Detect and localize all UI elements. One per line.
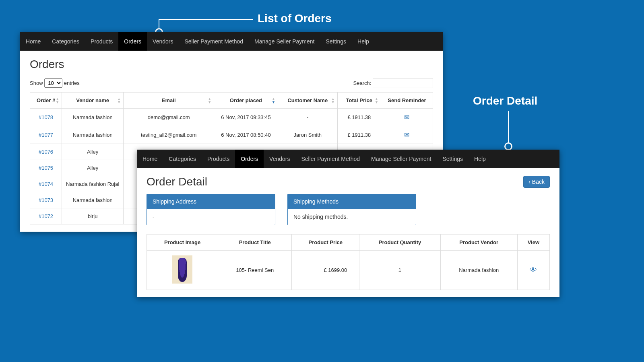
customer-cell: Jaron Smith bbox=[278, 126, 337, 144]
product-price-cell: £ 1699.00 bbox=[292, 251, 359, 290]
sort-icon: ▲▼ bbox=[375, 97, 378, 104]
nav-orders[interactable]: Orders bbox=[118, 32, 147, 51]
price-cell: £ 1911.38 bbox=[337, 126, 381, 144]
annotation-order-detail: Order Detail bbox=[473, 95, 537, 107]
nav-products[interactable]: Products bbox=[202, 150, 235, 168]
nav-seller-payment-method[interactable]: Seller Payment Method bbox=[179, 32, 249, 51]
order-link[interactable]: #1072 bbox=[39, 213, 53, 219]
vendor-cell: Alley bbox=[62, 160, 124, 176]
placed-cell: 6 Nov, 2017 08:50:40 bbox=[214, 126, 278, 144]
nav-categories[interactable]: Categories bbox=[46, 32, 85, 51]
product-qty-cell: 1 bbox=[359, 251, 440, 290]
nav-help[interactable]: Help bbox=[469, 150, 491, 168]
col-placed[interactable]: Order placed▲▼ bbox=[214, 93, 278, 109]
order-link[interactable]: #1075 bbox=[39, 165, 53, 171]
sort-icon: ▲▼ bbox=[272, 97, 275, 104]
card-body: No shipping methods. bbox=[288, 209, 416, 225]
nav-categories[interactable]: Categories bbox=[163, 150, 202, 168]
page-title: Order Detail bbox=[147, 175, 207, 188]
nav-manage-seller-payment[interactable]: Manage Seller Payment bbox=[249, 32, 320, 51]
vendor-cell: Narmada fashion bbox=[62, 126, 124, 144]
email-cell: demo@gmail.com bbox=[124, 109, 214, 126]
navbar: HomeCategoriesProductsOrdersVendorsSelle… bbox=[20, 32, 443, 51]
table-row: #1077Narmada fashiontesting_all2@gmail.c… bbox=[30, 126, 433, 144]
col-price[interactable]: Total Price▲▼ bbox=[337, 93, 381, 109]
order-detail-window: HomeCategoriesProductsOrdersVendorsSelle… bbox=[137, 150, 559, 297]
shipping-address-card: Shipping Address - bbox=[147, 194, 275, 225]
nav-home[interactable]: Home bbox=[20, 32, 46, 51]
vendor-cell: Alley bbox=[62, 144, 124, 160]
order-link[interactable]: #1074 bbox=[39, 181, 53, 187]
vendor-cell: Narmada fashion bbox=[62, 192, 124, 208]
vendor-cell: Narmada fashion bbox=[62, 109, 124, 126]
search-wrap: Search: bbox=[353, 78, 433, 88]
col-email[interactable]: Email▲▼ bbox=[124, 93, 214, 109]
col-product-price: Product Price bbox=[292, 234, 359, 251]
col-product-image: Product Image bbox=[147, 234, 218, 251]
sort-icon: ▲▼ bbox=[331, 97, 335, 104]
sort-icon: ▲▼ bbox=[208, 97, 211, 104]
col-product-title: Product Title bbox=[218, 234, 292, 251]
product-title-cell: 105- Reemi Sen bbox=[218, 251, 292, 290]
nav-settings[interactable]: Settings bbox=[320, 32, 352, 51]
order-link[interactable]: #1077 bbox=[39, 132, 53, 138]
nav-orders[interactable]: Orders bbox=[235, 150, 264, 168]
order-link[interactable]: #1076 bbox=[39, 149, 53, 155]
vendor-cell: birju bbox=[62, 208, 124, 224]
col-reminder: Send Reminder bbox=[381, 93, 433, 109]
annotation-line bbox=[159, 19, 253, 20]
table-row: #1078Narmada fashiondemo@gmail.com6 Nov,… bbox=[30, 109, 433, 126]
page-title: Orders bbox=[30, 58, 433, 71]
annotation-dot bbox=[504, 142, 512, 150]
nav-manage-seller-payment[interactable]: Manage Seller Payment bbox=[365, 150, 437, 168]
product-vendor-cell: Narmada fashion bbox=[440, 251, 517, 290]
entries-selector: Show 10 entries bbox=[30, 78, 80, 88]
nav-seller-payment-method[interactable]: Seller Payment Method bbox=[295, 150, 365, 168]
nav-vendors[interactable]: Vendors bbox=[264, 150, 295, 168]
annotation-line bbox=[508, 111, 509, 144]
eye-icon[interactable]: 👁 bbox=[530, 266, 537, 274]
nav-settings[interactable]: Settings bbox=[437, 150, 469, 168]
product-image bbox=[172, 255, 192, 284]
col-product-vendor: Product Vendor bbox=[440, 234, 517, 251]
entries-label: entries bbox=[64, 80, 80, 86]
annotation-list-of-orders: List of Orders bbox=[258, 12, 332, 25]
placed-cell: 6 Nov, 2017 09:33:45 bbox=[214, 109, 278, 126]
shipping-methods-card: Shipping Methods No shipping methods. bbox=[287, 194, 416, 225]
order-link[interactable]: #1078 bbox=[39, 114, 53, 120]
mail-icon[interactable]: ✉ bbox=[404, 132, 409, 138]
back-button[interactable]: ‹ Back bbox=[523, 176, 550, 188]
col-view: View bbox=[517, 234, 549, 251]
page-size-select[interactable]: 10 bbox=[44, 78, 62, 88]
order-products-table: Product Image Product Title Product Pric… bbox=[147, 234, 550, 290]
order-link[interactable]: #1073 bbox=[39, 197, 53, 203]
search-label: Search: bbox=[353, 80, 372, 86]
vendor-cell: Narmada fashion Rujal bbox=[62, 176, 124, 192]
mail-icon[interactable]: ✉ bbox=[404, 114, 409, 121]
show-label: Show bbox=[30, 80, 43, 86]
col-vendor[interactable]: Vendor name▲▼ bbox=[62, 93, 124, 109]
table-row: 105- Reemi Sen£ 1699.001Narmada fashion👁 bbox=[147, 251, 550, 290]
card-title: Shipping Address bbox=[147, 194, 275, 209]
navbar: HomeCategoriesProductsOrdersVendorsSelle… bbox=[137, 150, 559, 168]
card-body: - bbox=[147, 209, 275, 225]
customer-cell: - bbox=[278, 109, 337, 126]
nav-help[interactable]: Help bbox=[352, 32, 375, 51]
search-input[interactable] bbox=[373, 78, 433, 88]
nav-home[interactable]: Home bbox=[137, 150, 163, 168]
col-customer[interactable]: Customer Name▲▼ bbox=[278, 93, 337, 109]
col-product-qty: Product Quantity bbox=[359, 234, 440, 251]
sort-icon: ▲▼ bbox=[56, 97, 59, 104]
col-order[interactable]: Order #▲▼ bbox=[30, 93, 62, 109]
email-cell: testing_all2@gmail.com bbox=[124, 126, 214, 144]
price-cell: £ 1911.38 bbox=[337, 109, 381, 126]
product-image-cell bbox=[147, 251, 218, 290]
sort-icon: ▲▼ bbox=[117, 97, 121, 104]
nav-vendors[interactable]: Vendors bbox=[147, 32, 179, 51]
annotation-line bbox=[159, 19, 159, 29]
nav-products[interactable]: Products bbox=[85, 32, 118, 51]
card-title: Shipping Methods bbox=[288, 194, 416, 209]
